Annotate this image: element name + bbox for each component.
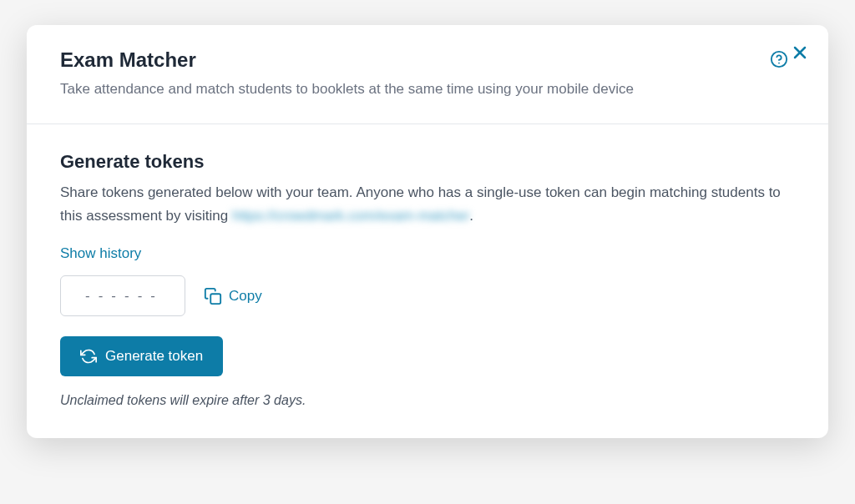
section-title: Generate tokens: [60, 151, 795, 173]
token-field: ------: [60, 275, 185, 316]
modal-body: Generate tokens Share tokens generated b…: [27, 124, 828, 439]
close-icon[interactable]: [790, 43, 810, 63]
copy-label: Copy: [229, 288, 262, 305]
token-row: ------ Copy: [60, 275, 795, 316]
svg-rect-4: [210, 294, 220, 304]
generate-token-button[interactable]: Generate token: [60, 336, 223, 376]
header-actions: [770, 40, 810, 68]
expiry-note: Unclaimed tokens will expire after 3 day…: [60, 393, 795, 408]
modal-header: Exam Matcher Take attendance and match s…: [27, 25, 828, 124]
section-description: Share tokens generated below with your t…: [60, 181, 795, 229]
exam-matcher-modal: Exam Matcher Take attendance and match s…: [27, 25, 828, 438]
copy-button[interactable]: Copy: [197, 280, 269, 312]
blurred-url: https://crowdmark.com/exam-matcher: [232, 204, 469, 229]
description-text-suffix: .: [469, 208, 473, 224]
refresh-icon: [80, 348, 97, 365]
copy-icon: [204, 287, 222, 305]
generate-label: Generate token: [105, 348, 203, 365]
show-history-link[interactable]: Show history: [60, 245, 141, 262]
modal-subtitle: Take attendance and match students to bo…: [60, 78, 795, 100]
help-icon[interactable]: [770, 50, 788, 68]
modal-title: Exam Matcher: [60, 48, 795, 72]
